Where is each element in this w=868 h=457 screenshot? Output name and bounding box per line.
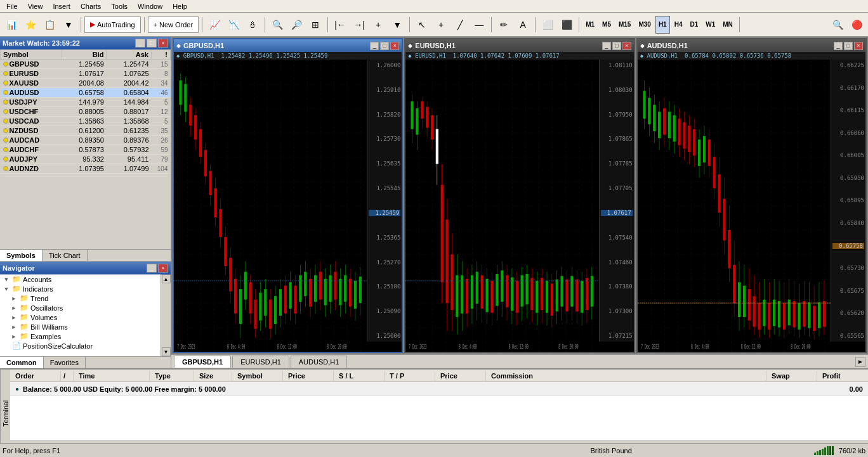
chart-tab-gbpusd[interactable]: GBPUSD,H1 xyxy=(174,356,231,368)
m1-btn[interactable]: M1 xyxy=(582,16,598,34)
mw-maximize[interactable]: □ xyxy=(147,39,157,48)
sep-8 xyxy=(535,17,536,32)
mw-tab-symbols[interactable]: Symbols xyxy=(0,250,43,261)
mw-row[interactable]: GBPUSD 1.25459 1.25474 15 xyxy=(1,60,171,69)
chart-eurusd-close[interactable]: × xyxy=(622,42,631,50)
mw-minimize[interactable]: _ xyxy=(135,39,145,48)
chart-audusd-close[interactable]: × xyxy=(854,42,863,50)
chart-tabs-scroll-right[interactable]: ► xyxy=(855,357,865,367)
chart-gbpusd-max[interactable]: □ xyxy=(380,42,389,50)
mw-row[interactable]: XAUUSD 2004.08 2004.42 34 xyxy=(1,79,171,88)
mw-row[interactable]: USDCAD 1.35863 1.35868 5 xyxy=(1,117,171,126)
new-chart-btn[interactable]: 📊 xyxy=(3,16,20,34)
h1-btn[interactable]: H1 xyxy=(655,16,670,34)
nav-item[interactable]: ► 📁 Oscillators xyxy=(0,303,161,312)
crosshair-btn[interactable]: + xyxy=(432,16,450,34)
tf-btn2[interactable]: →| xyxy=(350,16,368,34)
svg-rect-94 xyxy=(441,185,444,283)
menu-help[interactable]: Help xyxy=(168,1,192,11)
h4-btn[interactable]: H4 xyxy=(671,16,686,34)
cursor-btn[interactable]: ↖ xyxy=(413,16,431,34)
nav-item[interactable]: ► 📁 Bill Williams xyxy=(0,322,161,331)
mw-close[interactable]: × xyxy=(158,39,168,48)
d1-btn[interactable]: D1 xyxy=(687,16,701,34)
menu-charts[interactable]: Charts xyxy=(76,1,106,11)
chart-tab-eurusd[interactable]: EURUSD,H1 xyxy=(232,356,289,368)
chart-bar-btn[interactable]: 📈 xyxy=(206,16,223,34)
nav-scroll-down[interactable]: ▼ xyxy=(162,347,171,356)
chart-audusd-max[interactable]: □ xyxy=(844,42,853,50)
chart-gbpusd-body[interactable]: 7 Dec 2023 8 Dec 4:00 8 Dec 12:00 8 Dec … xyxy=(174,60,402,352)
chart-candle-btn[interactable]: 🕯 xyxy=(244,16,261,34)
chart-gbpusd-close[interactable]: × xyxy=(390,42,399,50)
m15-btn[interactable]: M15 xyxy=(615,16,634,34)
profile-btn[interactable]: 📋 xyxy=(41,16,58,34)
tf-btn1[interactable]: |← xyxy=(331,16,349,34)
nav-item-label: Accounts xyxy=(23,276,51,283)
mw-row[interactable]: NZDUSD 0.61200 0.61235 35 xyxy=(1,126,171,136)
nav-item[interactable]: 📄 PositionSizeCalculator xyxy=(0,341,161,351)
autotrading-btn[interactable]: ▶ AutoTrading xyxy=(84,16,141,33)
zoom-in-btn[interactable]: 🔍 xyxy=(268,16,286,34)
mw-row[interactable]: EURUSD 1.07617 1.07625 8 xyxy=(1,69,171,79)
autotrading-label: AutoTrading xyxy=(97,21,135,29)
nav-item[interactable]: ► 📁 Trend xyxy=(0,293,161,303)
svg-text:8 Dec 12:00: 8 Dec 12:00 xyxy=(509,343,529,350)
nav-close[interactable]: × xyxy=(158,264,168,273)
chart-tab-audusd[interactable]: AUDUSD,H1 xyxy=(291,356,348,368)
menu-tools[interactable]: Tools xyxy=(106,1,133,11)
menu-view[interactable]: View xyxy=(23,1,48,11)
mw-row[interactable]: AUDJPY 95.332 95.411 79 xyxy=(1,155,171,164)
chart-eurusd-body[interactable]: 7 Dec 2023 8 Dec 4:00 8 Dec 12:00 8 Dec … xyxy=(405,60,633,352)
svg-rect-166 xyxy=(653,105,655,131)
search-btn[interactable]: 🔍 xyxy=(829,16,846,34)
nav-item[interactable]: ► 📁 Volumes xyxy=(0,312,161,322)
nav-item[interactable]: ▼ 📁 Indicators xyxy=(0,284,161,293)
chart-eurusd-max[interactable]: □ xyxy=(612,42,621,50)
w1-btn[interactable]: W1 xyxy=(702,16,718,34)
svg-rect-194 xyxy=(723,199,725,241)
mn-btn[interactable]: MN xyxy=(720,16,736,34)
svg-text:7 Dec 2023: 7 Dec 2023 xyxy=(177,343,195,350)
m5-btn[interactable]: M5 xyxy=(599,16,614,34)
new-order-btn[interactable]: + New Order xyxy=(148,16,199,33)
nav-tab-common[interactable]: Common xyxy=(0,357,44,368)
hline-btn[interactable]: — xyxy=(470,16,488,34)
mw-tab-tick[interactable]: Tick Chart xyxy=(43,250,88,261)
prop-btn[interactable]: ⬛ xyxy=(558,16,575,34)
dropdown-btn[interactable]: ▼ xyxy=(60,16,77,34)
line-btn[interactable]: ╱ xyxy=(451,16,469,34)
svg-text:7 Dec 2023: 7 Dec 2023 xyxy=(409,343,428,350)
nav-minimize[interactable]: _ xyxy=(147,264,157,273)
mw-row[interactable]: USDCHF 0.88005 0.88017 12 xyxy=(1,107,171,117)
mw-row[interactable]: AUDNZD 1.07395 1.07499 104 xyxy=(1,164,171,174)
auto-scroll-btn[interactable]: ⊞ xyxy=(306,16,324,34)
zoom-btn[interactable]: ⭐ xyxy=(22,16,39,34)
tf-btn3[interactable]: + xyxy=(369,16,387,34)
zoom-out-btn[interactable]: 🔎 xyxy=(287,16,305,34)
text-btn[interactable]: A xyxy=(514,16,532,34)
menu-insert[interactable]: Insert xyxy=(48,1,76,11)
menu-window[interactable]: Window xyxy=(133,1,168,11)
chart-audusd-min[interactable]: _ xyxy=(834,42,843,50)
mw-row[interactable]: AUDCAD 0.89350 0.89376 26 xyxy=(1,136,171,145)
menu-file[interactable]: File xyxy=(1,1,23,11)
mw-row[interactable]: USDJPY 144.979 144.984 5 xyxy=(1,98,171,107)
mw-row[interactable]: AUDCHF 0.57873 0.57932 59 xyxy=(1,145,171,155)
svg-rect-230 xyxy=(813,306,815,331)
nav-item[interactable]: ▼ 📁 Accounts xyxy=(0,274,161,284)
nav-tab-favorites[interactable]: Favorites xyxy=(44,357,86,368)
chart-line-btn[interactable]: 📉 xyxy=(225,16,242,34)
chart-gbpusd-min[interactable]: _ xyxy=(370,42,379,50)
alert-btn[interactable]: 🔴 xyxy=(848,16,865,34)
chart-audusd-body[interactable]: 7 Dec 2023 8 Dec 4:00 8 Dec 12:00 8 Dec … xyxy=(638,60,865,352)
draw-btn[interactable]: ✏ xyxy=(495,16,513,34)
tf-btn4[interactable]: ▼ xyxy=(388,16,406,34)
svg-rect-98 xyxy=(451,254,454,310)
mw-row[interactable]: AUDUSD 0.65758 0.65804 46 xyxy=(1,88,171,98)
chart-eurusd-min[interactable]: _ xyxy=(602,42,611,50)
nav-item[interactable]: ► 📁 Examples xyxy=(0,331,161,341)
nav-scroll-up[interactable]: ▲ xyxy=(162,274,171,283)
m30-btn[interactable]: M30 xyxy=(635,16,654,34)
delete-btn[interactable]: ⬜ xyxy=(539,16,556,34)
